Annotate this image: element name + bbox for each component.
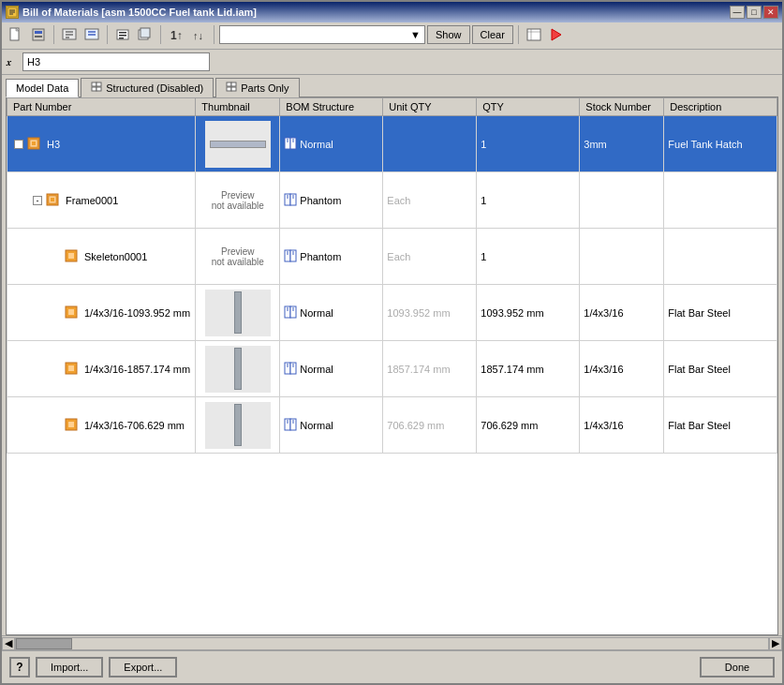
window-title: Bill of Materials [asm 1500CC Fuel tank … bbox=[22, 7, 257, 18]
bom-struct-value: Normal bbox=[284, 418, 378, 433]
toolbar-btn-5[interactable] bbox=[112, 24, 133, 45]
tab-parts-only-icon bbox=[226, 82, 237, 95]
svg-rect-21 bbox=[141, 28, 150, 37]
unit-qty-cell: Each bbox=[383, 229, 477, 285]
description-cell: Flat Bar Steel bbox=[664, 397, 777, 454]
svg-rect-72 bbox=[68, 365, 74, 371]
filter-icon: 𝒙 bbox=[6, 54, 19, 70]
table-row[interactable]: 1/4x3/16-1093.952 mm Normal 1093.952 mm1… bbox=[7, 285, 777, 341]
svg-rect-30 bbox=[96, 82, 101, 86]
toolbar-sep-1 bbox=[53, 25, 54, 44]
svg-rect-32 bbox=[96, 87, 101, 91]
tab-structured-label: Structured (Disabled) bbox=[106, 82, 203, 94]
toolbar-btn-10[interactable] bbox=[546, 24, 567, 45]
toolbar-sep-3 bbox=[160, 25, 161, 44]
toolbar-sep-5 bbox=[518, 25, 519, 44]
bom-combo[interactable]: ▼ bbox=[219, 25, 425, 44]
toolbar-btn-6[interactable] bbox=[135, 24, 155, 45]
toolbar-btn-4[interactable] bbox=[81, 24, 102, 45]
toolbar-btn-1[interactable] bbox=[6, 24, 26, 45]
toolbar-btn-8[interactable]: ↑↓ bbox=[188, 24, 209, 45]
combo-arrow[interactable]: ▼ bbox=[410, 29, 421, 40]
table-row[interactable]: -Frame0001Previewnot available Phantom E… bbox=[7, 172, 777, 229]
minimize-button[interactable]: — bbox=[730, 6, 745, 19]
h-scrollbar[interactable]: ◀ ▶ bbox=[2, 635, 782, 650]
bom-struct-value: Phantom bbox=[284, 249, 378, 264]
thumbnail-cell bbox=[196, 397, 280, 454]
tab-parts-only-label: Parts Only bbox=[241, 82, 288, 94]
bom-struct-icon bbox=[284, 362, 297, 377]
bom-struct-icon bbox=[284, 418, 297, 433]
thumbnail-image bbox=[205, 402, 271, 449]
svg-rect-33 bbox=[227, 82, 231, 86]
assembly-icon bbox=[45, 192, 60, 209]
tab-structured[interactable]: Structured (Disabled) bbox=[81, 78, 214, 97]
toolbar-btn-2[interactable] bbox=[28, 24, 49, 45]
svg-rect-8 bbox=[35, 36, 42, 37]
toolbar-btn-9[interactable] bbox=[524, 24, 544, 45]
scroll-left-btn[interactable]: ◀ bbox=[2, 637, 15, 650]
toolbar-btn-3[interactable] bbox=[59, 24, 80, 45]
qty-cell: 1 bbox=[477, 172, 580, 229]
clear-button[interactable]: Clear bbox=[472, 25, 513, 44]
filter-input[interactable] bbox=[22, 52, 210, 71]
help-button[interactable]: ? bbox=[9, 657, 30, 678]
bom-structure-cell: Normal bbox=[280, 116, 383, 172]
description-cell: Flat Bar Steel bbox=[664, 341, 777, 397]
svg-text:1↑: 1↑ bbox=[170, 29, 183, 42]
table-row[interactable]: Skeleton0001Previewnot available Phantom… bbox=[7, 229, 777, 285]
main-window: Bill of Materials [asm 1500CC Fuel tank … bbox=[0, 0, 784, 685]
scroll-right-btn[interactable]: ▶ bbox=[769, 637, 782, 650]
svg-rect-17 bbox=[119, 32, 126, 34]
toolbar-btn-7[interactable]: 1↑ bbox=[166, 24, 186, 45]
tab-parts-only[interactable]: Parts Only bbox=[215, 78, 299, 97]
col-header-qty[interactable]: QTY bbox=[477, 98, 580, 116]
bottom-left: ? Import... Export... bbox=[9, 657, 177, 678]
close-button[interactable]: ✕ bbox=[763, 6, 778, 19]
tree-cell: -Frame0001 bbox=[11, 192, 191, 209]
qty-cell: 1857.174 mm bbox=[477, 341, 580, 397]
svg-text:𝒙: 𝒙 bbox=[6, 56, 12, 67]
thumbnail-image bbox=[205, 290, 271, 336]
toolbar-row-1: 1↑ ↑↓ ▼ Show Clear bbox=[6, 24, 778, 45]
bom-structure-cell: Normal bbox=[280, 285, 383, 341]
part-name: 1/4x3/16-1857.174 mm bbox=[84, 364, 190, 375]
unit-qty-cell: 1857.174 mm bbox=[383, 341, 477, 397]
col-header-description[interactable]: Description bbox=[664, 98, 777, 116]
export-button[interactable]: Export... bbox=[109, 657, 177, 678]
thumbnail-cell: Previewnot available bbox=[196, 229, 280, 285]
bom-struct-value: Normal bbox=[284, 362, 378, 377]
table-row[interactable]: -H3 Normal 13mmFuel Tank Hatch bbox=[7, 116, 777, 172]
col-header-part-number[interactable]: Part Number bbox=[7, 98, 196, 116]
col-header-unit-qty[interactable]: Unit QTY bbox=[383, 98, 477, 116]
unit-qty-cell: 706.629 mm bbox=[383, 397, 477, 454]
collapse-btn[interactable]: - bbox=[33, 196, 42, 205]
import-button[interactable]: Import... bbox=[36, 657, 103, 678]
show-button[interactable]: Show bbox=[427, 25, 470, 44]
svg-rect-80 bbox=[68, 422, 74, 427]
tab-model-data[interactable]: Model Data bbox=[6, 79, 79, 97]
h-scrollbar-track[interactable] bbox=[15, 637, 769, 650]
qty-cell: 1093.952 mm bbox=[477, 285, 580, 341]
collapse-btn[interactable]: - bbox=[14, 140, 23, 149]
title-bar-controls: — □ ✕ bbox=[730, 6, 778, 19]
qty-cell: 1 bbox=[477, 116, 580, 172]
part-icon bbox=[64, 361, 79, 378]
thumbnail-image bbox=[205, 346, 271, 393]
tab-model-data-label: Model Data bbox=[16, 82, 68, 94]
restore-button[interactable]: □ bbox=[747, 6, 762, 19]
svg-rect-31 bbox=[92, 87, 96, 91]
tree-cell: 1/4x3/16-1093.952 mm bbox=[11, 305, 191, 321]
done-button[interactable]: Done bbox=[700, 657, 775, 678]
bom-table-area[interactable]: Part Number Thumbnail BOM Structure Unit… bbox=[6, 97, 778, 635]
col-header-stock-number[interactable]: Stock Number bbox=[580, 98, 664, 116]
col-header-thumbnail[interactable]: Thumbnail bbox=[196, 98, 280, 116]
bom-struct-icon bbox=[284, 249, 297, 264]
filter-row: 𝒙 bbox=[2, 50, 782, 75]
assembly-icon bbox=[26, 136, 41, 153]
table-row[interactable]: 1/4x3/16-1857.174 mm Normal 1857.174 mm1… bbox=[7, 341, 777, 397]
bom-structure-cell: Normal bbox=[280, 341, 383, 397]
table-row[interactable]: 1/4x3/16-706.629 mm Normal 706.629 mm706… bbox=[7, 397, 777, 454]
h-scrollbar-thumb[interactable] bbox=[16, 638, 72, 649]
col-header-bom-structure[interactable]: BOM Structure bbox=[280, 98, 383, 116]
